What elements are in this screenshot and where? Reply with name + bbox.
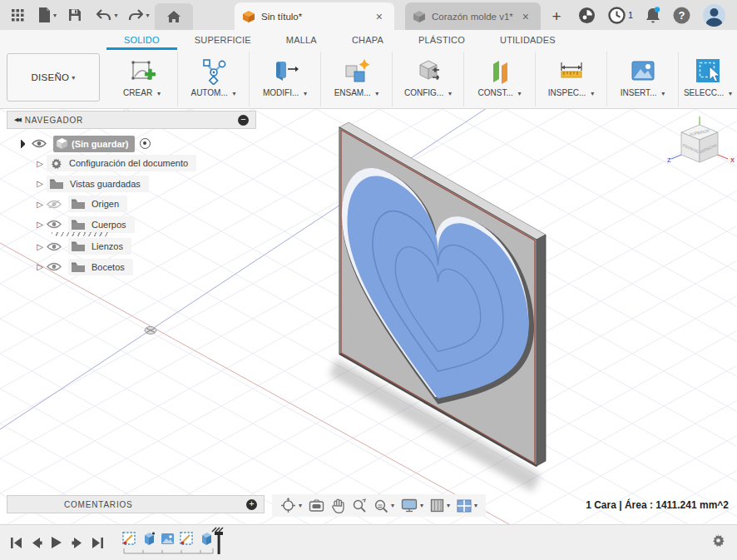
visibility-eye-icon[interactable] xyxy=(47,242,62,251)
ribbon-tab-utilidades[interactable]: UTILIDADES xyxy=(482,32,573,50)
new-document-tab-button[interactable]: + xyxy=(546,5,567,27)
orbit-caret-icon: ▾ xyxy=(299,502,302,509)
ribbon-toolbar: DISEÑO ▾ CREAR ▾ AUTOM... ▾ MODIFI... ▾ xyxy=(0,52,737,109)
close-tab-icon[interactable]: × xyxy=(519,10,532,23)
folder-icon xyxy=(72,262,85,272)
workspace-selector-button[interactable]: DISEÑO ▾ xyxy=(7,53,100,102)
component-icon xyxy=(57,138,67,149)
zoom-button[interactable] xyxy=(349,498,370,513)
origin-marker[interactable] xyxy=(145,327,156,335)
comments-header[interactable]: COMENTARIOS + xyxy=(7,495,265,513)
visibility-off-eye-icon[interactable] xyxy=(47,200,62,209)
document-tab-active[interactable]: Sin título* × xyxy=(235,2,394,30)
tree-root-document[interactable]: (Sin guardar) xyxy=(17,134,256,153)
timeline-play-button[interactable] xyxy=(47,533,66,553)
expand-chevron-icon[interactable]: ▷ xyxy=(33,262,47,271)
group-construir[interactable]: CONST... ▾ xyxy=(464,52,536,107)
expand-chevron-icon[interactable]: ▷ xyxy=(33,159,47,168)
ribbon-tab-solido[interactable]: SOLIDO xyxy=(106,32,177,50)
orbit-button[interactable]: ▾ xyxy=(277,498,305,513)
file-menu-button[interactable]: ▾ xyxy=(35,0,60,30)
pan-button[interactable] xyxy=(328,498,349,513)
close-tab-icon[interactable]: × xyxy=(373,10,386,23)
group-caret-icon: ▾ xyxy=(729,90,732,97)
group-insertar[interactable]: INSERT... ▾ xyxy=(607,52,679,107)
group-configurar[interactable]: CONFIG... ▾ xyxy=(393,52,464,107)
workspace-label: DISEÑO xyxy=(31,72,69,82)
undo-caret-icon: ▾ xyxy=(114,12,117,19)
group-caret-icon: ▾ xyxy=(157,90,161,97)
group-ensamblar[interactable]: ENSAM... ▾ xyxy=(321,52,393,107)
activate-component-radio[interactable] xyxy=(140,138,151,149)
timeline-go-start-button[interactable] xyxy=(7,533,25,553)
automate-icon xyxy=(200,55,228,87)
folder-icon xyxy=(72,199,85,209)
viewports-button[interactable]: ▾ xyxy=(453,499,481,513)
group-modificar[interactable]: MODIFI... ▾ xyxy=(250,52,321,107)
view-cube[interactable]: SUPERIOR FRONTAL DERECHA Z X xyxy=(662,115,737,181)
notifications-bell-icon[interactable] xyxy=(642,0,664,30)
timeline-feature-canvas[interactable] xyxy=(160,531,176,547)
tree-item-label: Cuerpos xyxy=(92,220,126,230)
home-tab[interactable] xyxy=(155,3,193,30)
tree-item-configuracion[interactable]: ▷ Configuración del documento xyxy=(33,153,256,174)
timeline-go-end-button[interactable] xyxy=(88,533,106,553)
expand-chevron-icon[interactable]: ▷ xyxy=(33,179,47,188)
group-label: INSPEC... xyxy=(548,88,586,97)
group-crear[interactable]: CREAR ▾ xyxy=(106,52,178,107)
comments-panel: COMENTARIOS + xyxy=(7,495,265,513)
extensions-icon[interactable] xyxy=(576,0,597,30)
app-grid-icon[interactable] xyxy=(8,0,27,30)
ribbon-tab-malla[interactable]: MALLA xyxy=(269,32,334,50)
visibility-eye-icon[interactable] xyxy=(47,262,62,271)
tree-item-vistas[interactable]: ▷ Vistas guardadas xyxy=(33,174,256,195)
job-status-button[interactable]: 1 xyxy=(604,0,637,30)
document-tab-inactive[interactable]: Corazón molde v1* × xyxy=(405,2,541,30)
collapse-panel-icon[interactable]: ◀◀ xyxy=(14,116,20,123)
root-document-chip[interactable]: (Sin guardar) xyxy=(53,136,135,152)
save-button[interactable] xyxy=(65,0,85,30)
redo-button[interactable]: ▾ xyxy=(125,0,153,30)
user-avatar[interactable] xyxy=(703,4,725,27)
expand-chevron-icon[interactable]: ▷ xyxy=(33,242,47,251)
navigator-header[interactable]: ◀◀ NAVEGADOR − xyxy=(7,111,256,129)
create-sketch-icon xyxy=(128,55,156,87)
look-at-button[interactable] xyxy=(305,499,328,513)
visibility-eye-icon[interactable] xyxy=(47,220,62,229)
group-label: CONST... xyxy=(477,88,512,97)
visibility-eye-icon[interactable] xyxy=(32,139,47,148)
timeline-settings-gear-icon[interactable] xyxy=(711,533,725,551)
selection-status-text: 1 Cara | Área : 1411.241 mm^2 xyxy=(586,499,729,511)
drag-highlight-decoration xyxy=(52,232,110,236)
comments-title: COMENTARIOS xyxy=(64,500,246,509)
timeline-feature-extrude-1[interactable] xyxy=(141,531,156,547)
undo-button[interactable]: ▾ xyxy=(93,0,121,30)
tree-item-origen[interactable]: ▷ Origen xyxy=(33,194,256,215)
fit-button[interactable]: ▾ xyxy=(370,498,398,513)
group-seleccionar[interactable]: SELECC... ▾ xyxy=(679,52,737,107)
group-inspeccionar[interactable]: INSPEC... ▾ xyxy=(536,52,607,107)
ribbon-tab-superficie[interactable]: SUPERFICIE xyxy=(177,32,269,50)
timeline-step-back-button[interactable] xyxy=(27,533,46,553)
tree-item-bocetos[interactable]: ▷ Bocetos xyxy=(33,257,256,278)
tree-item-label: Bocetos xyxy=(92,262,125,272)
grid-settings-button[interactable]: ▾ xyxy=(427,498,453,513)
help-icon[interactable]: ? xyxy=(670,0,692,30)
ribbon-tab-plastico[interactable]: PLÁSTICO xyxy=(401,32,482,50)
expand-chevron-icon[interactable]: ▷ xyxy=(33,220,47,229)
timeline-feature-sketch-2[interactable] xyxy=(179,531,195,547)
display-settings-button[interactable]: ▾ xyxy=(398,498,427,513)
timeline-step-forward-button[interactable] xyxy=(68,533,87,553)
grid-caret-icon: ▾ xyxy=(447,502,450,509)
ribbon-tab-chapa[interactable]: CHAPA xyxy=(334,32,401,50)
expanded-arrow-icon[interactable] xyxy=(17,140,25,148)
expand-chevron-icon[interactable]: ▷ xyxy=(33,200,47,209)
fit-caret-icon: ▾ xyxy=(391,502,394,509)
group-caret-icon: ▾ xyxy=(518,90,522,97)
expand-comments-icon[interactable]: + xyxy=(246,499,257,510)
tree-item-lienzos[interactable]: ▷ Lienzos xyxy=(33,236,256,257)
group-automatizar[interactable]: AUTOM... ▾ xyxy=(178,52,250,107)
collapse-tree-icon[interactable]: − xyxy=(238,115,249,126)
timeline-feature-sketch-1[interactable] xyxy=(121,531,137,547)
assemble-icon xyxy=(342,55,372,87)
